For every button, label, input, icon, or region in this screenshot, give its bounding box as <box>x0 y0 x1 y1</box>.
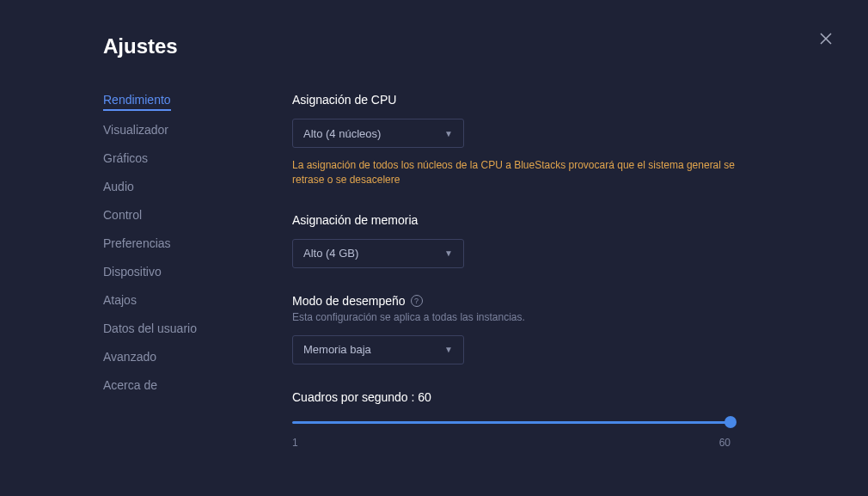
chevron-down-icon: ▼ <box>444 345 453 354</box>
performance-label: Modo de desempeño <box>292 294 406 308</box>
fps-slider-track <box>292 421 730 424</box>
sidebar-item-graficos[interactable]: Gráficos <box>103 151 148 168</box>
sidebar-item-datos-usuario[interactable]: Datos del usuario <box>103 321 197 338</box>
sidebar-item-visualizador[interactable]: Visualizador <box>103 123 168 139</box>
memory-dropdown[interactable]: Alto (4 GB) ▼ <box>292 239 464 268</box>
sidebar-item-dispositivo[interactable]: Dispositivo <box>103 265 162 281</box>
memory-dropdown-value: Alto (4 GB) <box>303 247 358 260</box>
sidebar-item-acerca-de[interactable]: Acerca de <box>103 378 157 395</box>
fps-slider-thumb[interactable] <box>724 416 737 428</box>
sidebar-item-preferencias[interactable]: Preferencias <box>103 236 171 253</box>
performance-dropdown-value: Memoria baja <box>303 343 371 356</box>
memory-label: Asignación de memoria <box>292 213 825 227</box>
sidebar-item-avanzado[interactable]: Avanzado <box>103 350 156 366</box>
sidebar-item-control[interactable]: Control <box>103 208 142 224</box>
cpu-dropdown[interactable]: Alto (4 núcleos) ▼ <box>292 119 464 148</box>
chevron-down-icon: ▼ <box>444 129 453 138</box>
fps-max: 60 <box>719 437 730 449</box>
page-title: Ajustes <box>103 34 825 58</box>
close-icon[interactable] <box>820 33 832 48</box>
cpu-warning: La asignación de todos los núcleos de la… <box>292 158 739 187</box>
fps-slider[interactable] <box>292 416 730 428</box>
sidebar-item-audio[interactable]: Audio <box>103 180 134 196</box>
chevron-down-icon: ▼ <box>444 248 453 258</box>
sidebar: Rendimiento Visualizador Gráficos Audio … <box>103 93 275 475</box>
help-icon[interactable]: ? <box>411 295 423 307</box>
fps-label: Cuadros por segundo : 60 <box>292 390 825 404</box>
performance-dropdown[interactable]: Memoria baja ▼ <box>292 335 464 364</box>
fps-min: 1 <box>292 437 298 449</box>
sidebar-item-atajos[interactable]: Atajos <box>103 293 137 309</box>
performance-sublabel: Esta configuración se aplica a todas las… <box>292 311 825 323</box>
cpu-dropdown-value: Alto (4 núcleos) <box>303 127 381 140</box>
sidebar-item-rendimiento[interactable]: Rendimiento <box>103 93 171 111</box>
cpu-label: Asignación de CPU <box>292 93 825 107</box>
